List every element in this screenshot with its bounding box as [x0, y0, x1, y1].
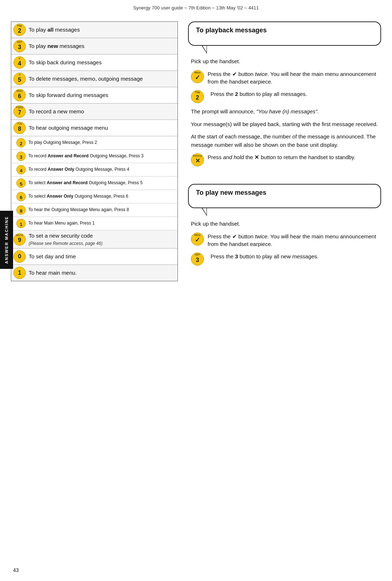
new-press3-text: Press the 3 button to play all new messa…: [211, 253, 381, 261]
menu-row-main-menu: 1 To hear main menu.: [11, 265, 177, 281]
new-messages-title: To play new messages: [196, 189, 373, 197]
menu-row-play-all: Play 2 To play all messages: [11, 22, 177, 38]
button-6-sub: 6: [16, 192, 26, 201]
btn-top-label: PQRS: [14, 106, 25, 109]
playback-steps: Pick up the handset. Menu ✓ Press the ✔ …: [188, 57, 381, 166]
icon-x-sym: ✕: [195, 157, 200, 164]
sub-row-play-outgoing: 2 To play Outgoing Message, Press 2: [11, 136, 177, 150]
sub-text-select-answer-only: To select Answer Only Outgoing Message, …: [28, 194, 128, 199]
button-0-day-time: 0: [13, 250, 26, 263]
sub-row-select-answer-only: 6 To select Answer Only Outgoing Message…: [11, 190, 177, 203]
menu-row-skip-forward: MNO 6 To skip forward during messages: [11, 87, 177, 104]
icon-menu-check: Menu ✓: [191, 70, 204, 83]
button-3-new-icon: DEP 3: [191, 253, 204, 266]
btn-top-label: WXYZ: [14, 234, 25, 237]
menu-text-skip-back: To skip back during messages: [29, 59, 102, 66]
btn-top-label: 4: [14, 57, 25, 60]
new-check-text: Press the ✔ button twice. You will hear …: [208, 233, 381, 249]
new-step-check: Menu ✓ Press the ✔ button twice. You wil…: [191, 233, 381, 249]
menu-row-security: WXYZ 9 To set a new security code (Pleas…: [11, 230, 177, 249]
icon-secrecy-x: Secrecy ✕: [191, 153, 204, 166]
sub-text-select-answer-record: To select Answer and Record Outgoing Mes…: [28, 180, 143, 186]
menu-text-day-time: To set day and time: [29, 253, 76, 260]
btn-top-label: MNO: [14, 90, 25, 92]
right-column: To playback messages Pick up the handset…: [178, 21, 381, 281]
menu-row-delete: 5 5 To delete messages, memo, outgoing m…: [11, 71, 177, 87]
menu-text-record-memo: To record a new memo: [29, 108, 84, 115]
button-5-delete: 5 5: [13, 73, 26, 85]
menu-text-skip-forward: To skip forward during messages: [29, 92, 108, 99]
menu-row-play-new: DEP 3 To play new messages: [11, 38, 177, 55]
button-2-play-icon: Play 2: [191, 90, 204, 103]
menu-row-outgoing: TUV 8 To hear outgoing message menu: [11, 120, 177, 136]
button-4-sub: 4: [16, 165, 26, 174]
new-messages-steps: Pick up the handset. Menu ✓ Press the ✔ …: [188, 220, 381, 266]
button-8-outgoing: TUV 8: [13, 122, 26, 134]
button-3-play-new: DEP 3: [13, 40, 26, 52]
callout-tail-inner-playback: [203, 46, 207, 52]
playback-x-text: Press and hold the ✕ button to return th…: [208, 153, 381, 161]
btn-top-label: DEP: [14, 41, 25, 43]
side-label: ANSWER MACHINE: [0, 211, 13, 269]
button-9-security: WXYZ 9: [13, 233, 26, 246]
button-5-sub: 5: [16, 178, 26, 188]
button-7-record-memo: PQRS 7: [13, 105, 26, 118]
icon-check-sym: ✓: [195, 74, 200, 81]
menu-row-skip-back: 4 4 To skip back during messages: [11, 55, 177, 71]
menu-text-play-new: To play new messages: [29, 43, 84, 50]
button-3-sub: 3: [16, 152, 26, 161]
menu-text-outgoing: To hear outgoing message menu: [29, 124, 108, 132]
icon-menu-check-2: Menu ✓: [191, 233, 204, 246]
left-column: Play 2 To play all messages DEP 3 To pla…: [11, 21, 178, 281]
menu-text-play-all: To play all messages: [29, 26, 80, 33]
playback-step-check: Menu ✓ Press the ✔ button twice. You wil…: [191, 70, 381, 86]
sub-row-record-answer-record: 3 To record Answer and Record Outgoing M…: [11, 150, 177, 163]
icon-secrecy-label: Secrecy: [191, 154, 204, 157]
btn-top-label: Play: [14, 24, 25, 27]
header-text: Synergy 700 user guide ~ 7th Edition ~ 1…: [133, 5, 259, 11]
menu-table: Play 2 To play all messages DEP 3 To pla…: [11, 21, 178, 281]
new-messages-callout-box: To play new messages: [188, 184, 381, 208]
btn-top-dep: DEP: [191, 253, 204, 256]
button-8-sub: 8: [16, 205, 26, 215]
page-header: Synergy 700 user guide ~ 7th Edition ~ 1…: [0, 0, 392, 11]
callout-tail-inner-new: [203, 208, 207, 215]
menu-text-main-menu: To hear main menu.: [29, 269, 77, 277]
sub-text-hear-outgoing-again: To hear the Outgoing Message Menu again,…: [28, 207, 129, 213]
playback-number-text: At the start of each message, the number…: [191, 133, 381, 149]
main-layout: Play 2 To play all messages DEP 3 To pla…: [11, 21, 381, 281]
page-number: 43: [13, 567, 19, 573]
side-label-text: ANSWER MACHINE: [4, 216, 9, 263]
sub-row-main-menu-again: 1 To hear Main Menu again, Press 1: [11, 217, 177, 230]
icon-menu-label: Menu: [191, 71, 204, 74]
playback-title: To playback messages: [196, 27, 373, 34]
playback-step-press2: Play 2 Press the 2 button to play all me…: [191, 90, 381, 103]
icon-check-sym-2: ✓: [195, 236, 200, 244]
menu-row-day-time: 0 To set day and time: [11, 249, 177, 265]
menu-text-security: To set a new security code (Please see R…: [29, 232, 102, 246]
sub-row-select-answer-record: 5 To select Answer and Record Outgoing M…: [11, 177, 177, 190]
playback-press2-text: Press the 2 button to play all messages.: [211, 90, 381, 98]
btn-top-label: TUV: [14, 122, 25, 125]
sub-row-hear-outgoing-again: 8 To hear the Outgoing Message Menu agai…: [11, 203, 177, 217]
sub-text-main-menu-again: To hear Main Menu again, Press 1: [28, 221, 95, 226]
icon-menu-label-2: Menu: [191, 234, 204, 236]
playback-callout-box: To playback messages: [188, 21, 381, 46]
button-1-main-menu: 1: [13, 267, 26, 279]
button-6-skip-forward: MNO 6: [13, 89, 26, 101]
button-2-play-all: Play 2: [13, 24, 26, 36]
playback-step-pickup: Pick up the handset.: [191, 57, 381, 66]
btn-top-play: Play: [191, 91, 204, 93]
new-step-press3: DEP 3 Press the 3 button to play all new…: [191, 253, 381, 266]
button-1-sub: 1: [16, 219, 26, 228]
button-4-skip-back: 4 4: [13, 56, 26, 69]
new-step-pickup: Pick up the handset.: [191, 220, 381, 228]
menu-row-record-memo: PQRS 7 To record a new memo: [11, 104, 177, 120]
sub-text-play-outgoing: To play Outgoing Message, Press 2: [28, 140, 97, 146]
button-2-sub: 2: [16, 138, 26, 148]
sub-text-record-answer-only: To record Answer Only Outgoing Message, …: [28, 167, 129, 173]
playback-prompt-text: The prompt will announce, "You have (n) …: [191, 108, 381, 116]
playback-check-text: Press the ✔ button twice. You will hear …: [208, 70, 381, 86]
sub-row-record-answer-only: 4 To record Answer Only Outgoing Message…: [11, 163, 177, 177]
sub-text-record-answer-record: To record Answer and Record Outgoing Mes…: [28, 153, 143, 159]
